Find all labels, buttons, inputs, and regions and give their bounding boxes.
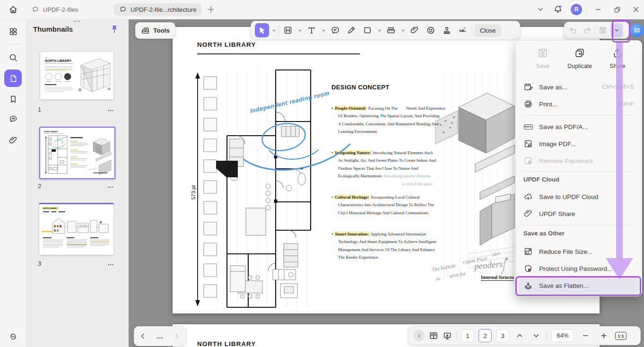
actual-size-button[interactable]: 1:1	[615, 332, 627, 340]
shape-tool-chevron[interactable]	[376, 23, 382, 37]
back-button[interactable]	[139, 333, 146, 339]
menu-divider	[522, 171, 635, 172]
menu-divider	[522, 115, 635, 116]
thumbnail-2-preview: NORTH LIBRARY	[40, 128, 114, 178]
menu-quick-save[interactable]: Save	[524, 47, 561, 69]
page-2-more-button[interactable]: …	[107, 182, 114, 189]
select-tool-chevron[interactable]	[271, 23, 277, 37]
search-button[interactable]	[4, 49, 22, 66]
pin-icon[interactable]	[110, 25, 119, 34]
shape-tool[interactable]	[360, 23, 374, 37]
menu-item-save-to-updf-cloud[interactable]: Save to UPDF Cloud	[519, 188, 639, 205]
menu-quick-duplicate[interactable]: Duplicate	[561, 47, 598, 69]
restore-button[interactable]	[610, 4, 624, 15]
history-more-button[interactable]: …	[156, 334, 163, 338]
view-controls-bar: 1 2 3 64% 1:1	[408, 326, 641, 345]
stamp-tool[interactable]	[440, 23, 454, 37]
menu-section-save-as-other: Save as Other	[523, 230, 565, 237]
rail-divider	[6, 44, 20, 44]
menu-item-print[interactable]: Print... Ctrl+P	[519, 95, 639, 113]
reduce-size-icon	[523, 247, 533, 256]
next-page-button[interactable]	[530, 332, 542, 339]
page-thumbnail-1[interactable]: 04 NORTH LIBRARY	[40, 52, 113, 99]
menu-item-save-as-flatten[interactable]: Save as Flatten...	[519, 277, 639, 294]
home-button[interactable]	[8, 4, 18, 15]
page-thumbnail-3[interactable]: NORTH LIBRARY	[39, 204, 113, 255]
menu-quick-share[interactable]: Share	[599, 47, 636, 69]
tab-updf-2-files[interactable]: UPDF-2-files	[26, 3, 84, 16]
bookmarks-button[interactable]	[4, 90, 22, 108]
menu-item-label: UPDF Share	[539, 210, 575, 217]
measure-tool-chevron[interactable]	[400, 23, 406, 37]
menu-item-reduce-file-size[interactable]: Reduce File Size...	[519, 243, 639, 260]
ai-assistant-button[interactable]	[630, 24, 644, 37]
close-button[interactable]: Close	[474, 24, 501, 37]
title-underline	[197, 53, 360, 54]
svg-text:NORTH LIBRARY: NORTH LIBRARY	[44, 131, 58, 133]
minimize-button[interactable]	[591, 4, 605, 15]
zoom-out-button[interactable]	[578, 332, 592, 339]
menu-item-protect-password[interactable]: Protect Using Password...	[519, 260, 639, 277]
page-layout-button[interactable]	[429, 331, 438, 340]
save-options-chevron-button[interactable]	[610, 23, 623, 37]
measure-tool[interactable]	[384, 23, 398, 37]
menu-item-save-as-pdfa[interactable]: PDF/A Save as PDF/A...	[519, 118, 639, 135]
new-tab-button[interactable]	[206, 4, 216, 15]
attachments-button[interactable]	[4, 131, 22, 149]
tools-button[interactable]: Tools	[135, 22, 175, 39]
page-button-1[interactable]: 1	[461, 329, 474, 342]
tab-document-icon	[119, 6, 127, 13]
tab-label: UPDF-2-files	[43, 6, 78, 13]
select-tool[interactable]	[255, 23, 269, 37]
annotation-toolbar: Close	[251, 21, 520, 40]
cloud-upload-icon	[523, 192, 533, 201]
menu-item-label: Remove Password	[539, 157, 592, 165]
redo-button[interactable]	[581, 23, 594, 37]
text-tool[interactable]	[305, 23, 319, 37]
save-button[interactable]	[596, 23, 609, 37]
sticker-tool[interactable]	[424, 23, 438, 37]
thumbnails-panel-button[interactable]	[4, 69, 22, 87]
menu-item-save-as[interactable]: Save as... Ctrl+Shift+S	[519, 78, 639, 95]
next-page-title: NORTH LIBRARY	[197, 340, 256, 347]
comments-button[interactable]	[4, 110, 22, 128]
page-thumbnail-2[interactable]: NORTH LIBRARY	[39, 127, 115, 179]
shield-lock-icon	[523, 264, 533, 273]
print-icon	[523, 99, 533, 109]
heading-tool-chevron[interactable]	[297, 23, 303, 37]
comment-tool[interactable]	[328, 23, 342, 37]
theme-palette-button[interactable]	[4, 327, 22, 345]
apps-grid-button[interactable]	[4, 23, 22, 40]
attach-tool[interactable]	[408, 23, 422, 37]
signature-tool[interactable]	[456, 23, 470, 37]
text-tool-chevron[interactable]	[321, 23, 326, 37]
page-button-2[interactable]: 2	[479, 329, 492, 342]
collapse-bar-button[interactable]	[413, 330, 425, 341]
menu-item-remove-password[interactable]: Remove Password	[519, 152, 639, 169]
undo-button[interactable]	[566, 23, 580, 37]
page-3-more-button[interactable]: …	[107, 259, 114, 267]
heading-tool[interactable]	[281, 23, 295, 37]
bullet-people-oriented: • People-Oriented: Focusing On The Needs…	[331, 104, 454, 136]
zoom-level[interactable]: 64%	[551, 329, 574, 342]
notifications-button[interactable]	[551, 4, 565, 15]
forward-button[interactable]	[174, 333, 180, 339]
menu-item-shortcut: Ctrl+Shift+S	[602, 84, 634, 90]
menu-item-image-pdf[interactable]: Image PDF...	[519, 135, 639, 152]
highlighter-tool[interactable]	[344, 23, 358, 37]
left-rail	[0, 19, 26, 347]
zoom-in-button[interactable]	[597, 332, 611, 339]
page-1-more-button[interactable]: …	[107, 105, 114, 113]
menu-section-updf-cloud: UPDF Cloud	[523, 176, 559, 183]
menu-item-label: Image PDF...	[539, 140, 576, 147]
titlebar-chevron-button[interactable]	[533, 4, 548, 15]
previous-page-button[interactable]	[513, 332, 526, 339]
page-button-3[interactable]: 3	[496, 329, 509, 342]
menu-item-updf-share[interactable]: UPDF Share	[519, 205, 639, 222]
toolbar-separator	[456, 331, 457, 340]
tab-updf-2-file-architecture[interactable]: UPDF-2-file...rchitecture	[113, 3, 202, 16]
presentation-mode-button[interactable]	[443, 331, 452, 340]
close-window-button[interactable]	[629, 4, 643, 15]
avatar[interactable]: R	[571, 4, 582, 15]
history-save-toolbar	[564, 22, 629, 39]
